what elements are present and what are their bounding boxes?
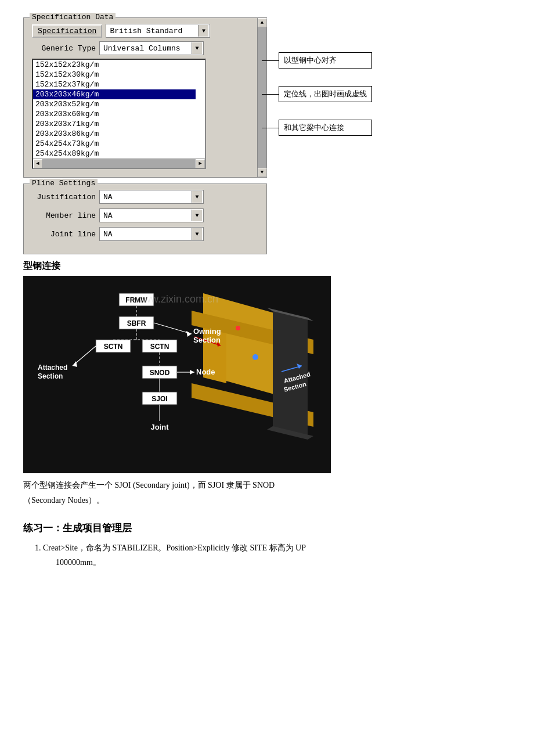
listbox-item[interactable]: 152x152x30kg/m [33, 70, 196, 80]
listbox-item[interactable]: 203x203x71kg/m [33, 119, 196, 129]
svg-text:Joint: Joint [150, 423, 169, 431]
member-line-label: Member line [32, 211, 96, 220]
callout-line-3 [262, 128, 279, 128]
exercise-item-1: 1. Creat>Site，命名为 STABILIZER。Position>Ex… [35, 541, 511, 570]
left-panels: Specification Data Specification British… [23, 17, 267, 254]
exercise-heading: 练习一：生成项目管理层 [23, 521, 511, 535]
spec-row-generic: Generic Type Universal Columns ▼ [32, 41, 258, 55]
specification-dropdown-arrow[interactable]: ▼ [198, 25, 208, 37]
exercise-item-1-text: Creat>Site，命名为 STABILIZER。Position>Expli… [43, 543, 306, 552]
callout-2: 定位线，出图时画成虚线 [279, 86, 372, 102]
listbox-item[interactable]: 203x203x52kg/m [33, 99, 196, 109]
listbox-items: 152x152x23kg/m152x152x30kg/m152x152x37kg… [33, 60, 196, 159]
callout-3: 和其它梁中心连接 [279, 120, 372, 136]
svg-text:Section: Section [193, 336, 221, 344]
scrollbar-up-btn[interactable]: ▲ [258, 18, 267, 27]
spec-row-specification: Specification British Standard ▼ [32, 24, 258, 38]
caption-1: 两个型钢连接会产生一个 SJOI (Secondary joint)，而 SJO… [23, 479, 511, 492]
svg-text:Section: Section [38, 372, 63, 380]
diagram-container: www.zixin.com.cn [23, 276, 331, 473]
listbox-item[interactable]: 152x152x37kg/m [33, 80, 196, 89]
pline-row-joint: Joint line NA ▼ [32, 227, 258, 241]
spec-panel-title: Specification Data [30, 13, 116, 21]
listbox-item[interactable]: 203x203x86kg/m [33, 129, 196, 139]
scrollbar-track [258, 27, 266, 168]
callout-1-text: 以型钢中心对齐 [284, 56, 337, 64]
exercise-item-1-num: 1. [35, 543, 43, 552]
generic-value: Universal Columns [101, 44, 192, 53]
listbox-container: 152x152x23kg/m152x152x30kg/m152x152x37kg… [32, 59, 206, 169]
svg-text:SJOI: SJOI [151, 395, 167, 403]
justification-select[interactable]: NA ▼ [99, 190, 204, 204]
spec-panel: Specification Data Specification British… [23, 17, 267, 178]
caption-2: （Secondary Nodes）。 [23, 494, 511, 507]
diagram-svg: FRMW SBFR SCTN SCTN [23, 276, 331, 473]
pline-panel: Pline Settings Justification NA ▼ Member… [23, 183, 267, 254]
callout-line-1 [262, 60, 279, 61]
generic-dropdown-arrow[interactable]: ▼ [192, 42, 202, 54]
justification-value: NA [101, 193, 192, 201]
listbox[interactable]: 152x152x23kg/m152x152x30kg/m152x152x37kg… [32, 59, 206, 169]
listbox-vscrollbar[interactable]: ▲ ▼ [257, 18, 266, 177]
svg-text:FRMW: FRMW [125, 296, 147, 304]
svg-text:Node: Node [196, 368, 215, 376]
svg-text:SCTN: SCTN [150, 343, 169, 351]
generic-select[interactable]: Universal Columns ▼ [99, 41, 204, 55]
pline-row-justification: Justification NA ▼ [32, 190, 258, 204]
pline-panel-title: Pline Settings [30, 179, 98, 188]
hscroll-track [42, 159, 196, 168]
generic-label: Generic Type [32, 44, 96, 53]
listbox-item[interactable]: 254x254x73kg/m [33, 139, 196, 149]
callout-2-text: 定位线，出图时画成虚线 [284, 89, 367, 98]
section-heading: 型钢连接 [23, 260, 511, 272]
pline-row-member: Member line NA ▼ [32, 208, 258, 222]
specification-button[interactable]: Specification [32, 24, 102, 38]
hscroll-left-btn[interactable]: ◄ [33, 159, 42, 168]
hscroll-right-btn[interactable]: ► [196, 159, 205, 168]
svg-text:Owning: Owning [193, 327, 221, 336]
callout-3-text: 和其它梁中心连接 [284, 123, 344, 132]
justification-dropdown-arrow[interactable]: ▼ [192, 191, 202, 203]
specification-select[interactable]: British Standard ▼ [106, 24, 210, 38]
svg-text:SBFR: SBFR [127, 319, 146, 327]
listbox-item[interactable]: 203x203x46kg/m [33, 89, 196, 99]
specification-value: British Standard [107, 27, 198, 35]
joint-line-dropdown-arrow[interactable]: ▼ [192, 228, 202, 240]
callout-line-2 [262, 94, 279, 95]
listbox-item[interactable]: 254x254x89kg/m [33, 149, 196, 159]
joint-line-value: NA [101, 230, 192, 239]
scrollbar-down-btn[interactable]: ▼ [258, 168, 267, 177]
member-line-select[interactable]: NA ▼ [99, 208, 204, 222]
exercise-item-1-indent: 100000mm。 [56, 555, 101, 570]
svg-text:SNOD: SNOD [150, 369, 170, 377]
member-line-dropdown-arrow[interactable]: ▼ [192, 210, 202, 221]
joint-line-label: Joint line [32, 230, 96, 239]
svg-point-8 [252, 354, 258, 360]
callout-1: 以型钢中心对齐 [279, 52, 372, 69]
listbox-item[interactable]: 203x203x60kg/m [33, 109, 196, 119]
svg-text:SCTN: SCTN [104, 343, 123, 351]
member-line-value: NA [101, 211, 192, 220]
callout-area: 以型钢中心对齐 定位线，出图时画成虚线 和其它梁中心连接 [279, 52, 372, 136]
listbox-hscrollbar[interactable]: ◄ ► [33, 159, 205, 168]
listbox-item[interactable]: 152x152x23kg/m [33, 60, 196, 70]
svg-text:Attached: Attached [38, 363, 67, 372]
justification-label: Justification [32, 193, 96, 201]
main-content: Specification Data Specification British… [23, 17, 511, 570]
panel-area: Specification Data Specification British… [23, 17, 511, 254]
svg-point-9 [236, 326, 240, 330]
joint-line-select[interactable]: NA ▼ [99, 227, 204, 241]
